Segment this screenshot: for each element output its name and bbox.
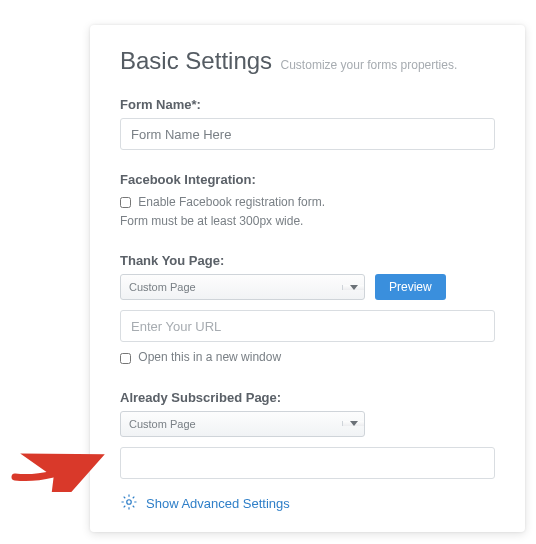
- preview-button[interactable]: Preview: [375, 274, 446, 300]
- form-name-input[interactable]: [120, 118, 495, 150]
- thank-you-url-input[interactable]: [120, 310, 495, 342]
- basic-settings-panel: Basic Settings Customize your forms prop…: [90, 25, 525, 532]
- svg-point-0: [127, 499, 132, 504]
- already-subscribed-select[interactable]: Custom Page: [120, 411, 365, 437]
- already-subscribed-label: Already Subscribed Page:: [120, 390, 495, 405]
- new-window-checkbox[interactable]: [120, 353, 131, 364]
- facebook-label: Facebook Integration:: [120, 172, 495, 187]
- form-name-label: Form Name*:: [120, 97, 495, 112]
- facebook-checkbox-label: Enable Facebook registration form.: [138, 195, 325, 209]
- facebook-note: Form must be at least 300px wide.: [120, 212, 495, 231]
- facebook-section: Facebook Integration: Enable Facebook re…: [120, 172, 495, 231]
- page-subtitle: Customize your forms properties.: [281, 58, 458, 72]
- thank-you-label: Thank You Page:: [120, 253, 495, 268]
- facebook-enable-checkbox[interactable]: [120, 197, 131, 208]
- form-name-section: Form Name*:: [120, 97, 495, 150]
- thank-you-section: Thank You Page: Custom Page Preview Open…: [120, 253, 495, 367]
- new-window-label: Open this in a new window: [138, 350, 281, 364]
- already-subscribed-url-input[interactable]: [120, 447, 495, 479]
- chevron-down-icon: [342, 285, 364, 290]
- panel-header: Basic Settings Customize your forms prop…: [120, 47, 495, 75]
- already-subscribed-section: Already Subscribed Page: Custom Page: [120, 390, 495, 479]
- thank-you-select-value: Custom Page: [121, 281, 342, 293]
- already-subscribed-select-value: Custom Page: [121, 418, 342, 430]
- show-advanced-label: Show Advanced Settings: [146, 496, 290, 511]
- thank-you-select[interactable]: Custom Page: [120, 274, 365, 300]
- show-advanced-settings[interactable]: Show Advanced Settings: [120, 493, 495, 514]
- gear-icon: [120, 493, 138, 514]
- page-title: Basic Settings: [120, 47, 272, 74]
- chevron-down-icon: [342, 421, 364, 426]
